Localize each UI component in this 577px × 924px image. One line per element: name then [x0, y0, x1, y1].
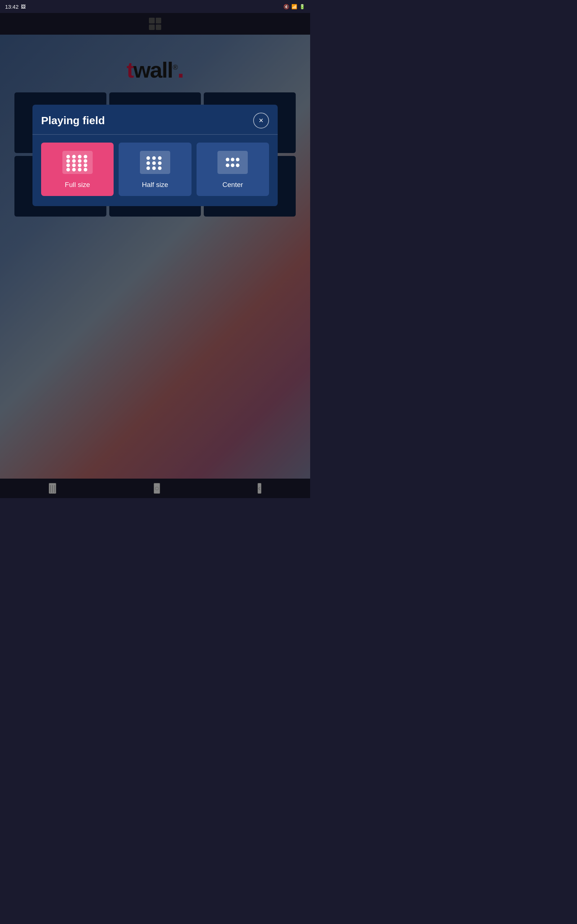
field-option-center[interactable]: Center — [197, 142, 269, 196]
svg-point-42 — [78, 159, 82, 163]
svg-point-58 — [158, 162, 161, 165]
full-size-icon — [61, 150, 94, 175]
status-icons-group: 🔇 📶 🔋 — [284, 4, 305, 10]
svg-point-41 — [72, 159, 76, 163]
svg-rect-62 — [218, 151, 248, 174]
field-option-full-size[interactable]: Full size — [41, 142, 114, 196]
photo-icon: 🖼 — [21, 4, 26, 10]
svg-point-50 — [78, 168, 82, 171]
svg-point-44 — [66, 163, 70, 167]
playing-field-dialog: Playing field × — [32, 105, 278, 206]
svg-point-63 — [226, 158, 229, 162]
center-icon — [216, 150, 249, 175]
battery-icon: 🔋 — [299, 4, 305, 10]
svg-point-68 — [236, 163, 239, 167]
svg-point-54 — [152, 156, 156, 160]
svg-point-45 — [72, 163, 76, 167]
half-size-icon — [139, 150, 171, 175]
svg-point-67 — [231, 163, 234, 167]
dialog-title: Playing field — [41, 115, 105, 127]
svg-point-49 — [72, 168, 76, 171]
mute-icon: 🔇 — [284, 4, 289, 10]
field-option-half-size[interactable]: Half size — [119, 142, 191, 196]
svg-point-40 — [66, 159, 70, 163]
dialog-body: Full size Half size — [32, 135, 278, 206]
svg-point-37 — [72, 155, 76, 158]
dialog-close-button[interactable]: × — [253, 113, 269, 129]
svg-point-36 — [66, 155, 70, 158]
full-size-label: Full size — [65, 181, 90, 189]
svg-point-51 — [84, 168, 87, 171]
svg-point-48 — [66, 168, 70, 171]
center-label: Center — [222, 181, 243, 189]
modal-overlay[interactable] — [0, 0, 310, 498]
svg-point-65 — [236, 158, 239, 162]
svg-point-38 — [78, 155, 82, 158]
dialog-header: Playing field × — [32, 105, 278, 135]
time-display: 13:42 — [5, 3, 19, 10]
status-bar: 13:42 🖼 🔇 📶 🔋 — [0, 0, 310, 13]
svg-point-59 — [147, 166, 150, 170]
svg-point-61 — [158, 166, 161, 170]
svg-point-47 — [84, 163, 87, 167]
svg-point-39 — [84, 155, 87, 158]
svg-point-60 — [152, 166, 156, 170]
svg-point-64 — [231, 158, 234, 162]
svg-point-66 — [226, 163, 229, 167]
svg-point-46 — [78, 163, 82, 167]
half-size-label: Half size — [142, 181, 168, 189]
wifi-icon: 📶 — [292, 4, 297, 10]
svg-point-55 — [158, 156, 161, 160]
svg-point-53 — [147, 156, 150, 160]
svg-point-57 — [152, 162, 156, 165]
svg-point-43 — [84, 159, 87, 163]
status-time: 13:42 🖼 — [5, 3, 26, 10]
svg-point-56 — [147, 162, 150, 165]
